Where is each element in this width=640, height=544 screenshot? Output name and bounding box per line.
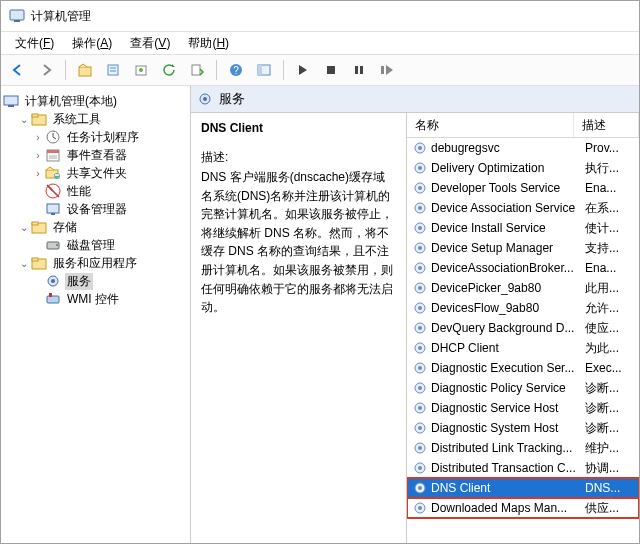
service-desc: 诊断... bbox=[579, 400, 639, 417]
separator bbox=[216, 60, 217, 80]
tree-item[interactable]: 性能 bbox=[3, 182, 188, 200]
gear-icon bbox=[413, 481, 427, 495]
service-desc: 协调... bbox=[579, 460, 639, 477]
tree-item[interactable]: 设备管理器 bbox=[3, 200, 188, 218]
twisty-icon[interactable]: ⌄ bbox=[17, 258, 31, 269]
menu-action[interactable]: 操作(A) bbox=[64, 33, 120, 54]
twisty-icon[interactable]: ⌄ bbox=[17, 222, 31, 233]
svg-rect-12 bbox=[258, 65, 262, 75]
folder-icon bbox=[31, 219, 47, 235]
gear-icon bbox=[413, 201, 427, 215]
service-row[interactable]: DHCP Client为此... bbox=[407, 338, 639, 358]
stop-service-button[interactable] bbox=[318, 57, 344, 83]
nav-forward-button[interactable] bbox=[33, 57, 59, 83]
service-row[interactable]: Diagnostic Service Host诊断... bbox=[407, 398, 639, 418]
tree-item[interactable]: WMI 控件 bbox=[3, 290, 188, 308]
service-row[interactable]: debugregsvcProv... bbox=[407, 138, 639, 158]
tree-item[interactable]: ›任务计划程序 bbox=[3, 128, 188, 146]
tree-item[interactable]: 服务 bbox=[3, 272, 188, 290]
tree-item[interactable]: 磁盘管理 bbox=[3, 236, 188, 254]
wmi-icon bbox=[45, 291, 61, 307]
svg-rect-8 bbox=[192, 65, 200, 75]
twisty-icon[interactable]: ⌄ bbox=[17, 114, 31, 125]
service-desc: 在系... bbox=[579, 200, 639, 217]
service-name: Diagnostic Service Host bbox=[431, 401, 558, 415]
folder-icon bbox=[31, 255, 47, 271]
service-desc: DNS... bbox=[579, 481, 639, 495]
service-name: Downloaded Maps Man... bbox=[431, 501, 567, 515]
tree-group[interactable]: ⌄系统工具 bbox=[3, 110, 188, 128]
service-row[interactable]: DevQuery Background D...使应... bbox=[407, 318, 639, 338]
service-name: DevicesFlow_9ab80 bbox=[431, 301, 539, 315]
service-row[interactable]: Delivery Optimization执行... bbox=[407, 158, 639, 178]
service-row[interactable]: Developer Tools ServiceEna... bbox=[407, 178, 639, 198]
view-button[interactable] bbox=[251, 57, 277, 83]
share-icon bbox=[45, 165, 61, 181]
service-row[interactable]: Device Association Service在系... bbox=[407, 198, 639, 218]
service-row[interactable]: Distributed Transaction C...协调... bbox=[407, 458, 639, 478]
svg-point-63 bbox=[418, 306, 422, 310]
svg-rect-0 bbox=[10, 10, 24, 20]
service-name: Device Install Service bbox=[431, 221, 546, 235]
tree-item[interactable]: ›共享文件夹 bbox=[3, 164, 188, 182]
twisty-icon[interactable]: › bbox=[31, 150, 45, 161]
menubar: 文件(F) 操作(A) 查看(V) 帮助(H) bbox=[1, 32, 639, 54]
service-row[interactable]: Diagnostic Execution Ser...Exec... bbox=[407, 358, 639, 378]
service-detail-pane: DNS Client 描述: DNS 客户端服务(dnscache)缓存域名系统… bbox=[191, 113, 407, 543]
titlebar: 计算机管理 bbox=[1, 1, 639, 32]
menu-view[interactable]: 查看(V) bbox=[122, 33, 178, 54]
service-row[interactable]: DevicePicker_9ab80此用... bbox=[407, 278, 639, 298]
start-service-button[interactable] bbox=[290, 57, 316, 83]
svg-point-59 bbox=[418, 266, 422, 270]
restart-service-button[interactable] bbox=[374, 57, 400, 83]
service-name: DevQuery Background D... bbox=[431, 321, 574, 335]
export-button[interactable] bbox=[128, 57, 154, 83]
twisty-icon[interactable]: › bbox=[31, 168, 45, 179]
service-name: Device Setup Manager bbox=[431, 241, 553, 255]
svg-point-79 bbox=[418, 466, 422, 470]
service-row[interactable]: DevicesFlow_9ab80允许... bbox=[407, 298, 639, 318]
refresh-button[interactable] bbox=[156, 57, 182, 83]
tree-group[interactable]: ⌄服务和应用程序 bbox=[3, 254, 188, 272]
service-row[interactable]: Diagnostic Policy Service诊断... bbox=[407, 378, 639, 398]
column-desc[interactable]: 描述 bbox=[574, 113, 639, 137]
svg-point-37 bbox=[56, 244, 58, 246]
app-icon bbox=[9, 8, 25, 24]
tree-item[interactable]: ›事件查看器 bbox=[3, 146, 188, 164]
svg-point-71 bbox=[418, 386, 422, 390]
nav-back-button[interactable] bbox=[5, 57, 31, 83]
service-row[interactable]: DeviceAssociationBroker...Ena... bbox=[407, 258, 639, 278]
nav-tree[interactable]: 计算机管理(本地) ⌄系统工具›任务计划程序›事件查看器›共享文件夹性能设备管理… bbox=[1, 86, 191, 543]
tree-group[interactable]: ⌄存储 bbox=[3, 218, 188, 236]
menu-file[interactable]: 文件(F) bbox=[7, 33, 62, 54]
service-row[interactable]: Device Setup Manager支持... bbox=[407, 238, 639, 258]
services-list[interactable]: 名称 描述 debugregsvcProv...Delivery Optimiz… bbox=[407, 113, 639, 543]
service-desc: 支持... bbox=[579, 240, 639, 257]
column-headers[interactable]: 名称 描述 bbox=[407, 113, 639, 138]
service-row[interactable]: Device Install Service使计... bbox=[407, 218, 639, 238]
help-button[interactable]: ? bbox=[223, 57, 249, 83]
service-row[interactable]: DNS ClientDNS... bbox=[407, 478, 639, 498]
device-icon bbox=[45, 201, 61, 217]
export-list-button[interactable] bbox=[184, 57, 210, 83]
pause-service-button[interactable] bbox=[346, 57, 372, 83]
properties-button[interactable] bbox=[100, 57, 126, 83]
service-name: debugregsvc bbox=[431, 141, 500, 155]
svg-point-45 bbox=[203, 97, 207, 101]
column-name[interactable]: 名称 bbox=[407, 113, 574, 137]
service-row[interactable]: Diagnostic System Host诊断... bbox=[407, 418, 639, 438]
svg-point-75 bbox=[418, 426, 422, 430]
up-button[interactable] bbox=[72, 57, 98, 83]
menu-help[interactable]: 帮助(H) bbox=[180, 33, 237, 54]
svg-point-41 bbox=[51, 279, 55, 283]
svg-rect-20 bbox=[32, 114, 38, 117]
separator bbox=[65, 60, 66, 80]
svg-rect-33 bbox=[51, 213, 55, 215]
service-row[interactable]: Downloaded Maps Man...供应... bbox=[407, 498, 639, 518]
service-row[interactable]: Distributed Link Tracking...维护... bbox=[407, 438, 639, 458]
twisty-icon[interactable]: › bbox=[31, 132, 45, 143]
service-desc: 维护... bbox=[579, 440, 639, 457]
svg-point-49 bbox=[418, 166, 422, 170]
tree-root[interactable]: 计算机管理(本地) bbox=[3, 92, 188, 110]
svg-rect-16 bbox=[381, 66, 384, 74]
